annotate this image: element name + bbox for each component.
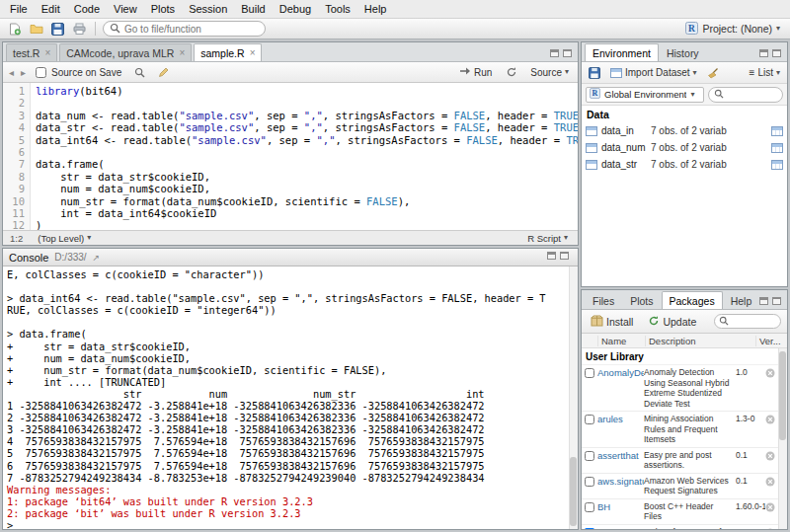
packages-search[interactable] [714,314,781,329]
console-output[interactable]: E, colClasses = c(cookieID = "character"… [3,266,578,529]
menu-item-help[interactable]: Help [357,1,394,17]
console-scrollbar[interactable] [569,266,578,529]
scrollbar-thumb[interactable] [570,457,577,526]
tab-help[interactable]: Help [723,291,756,309]
editor-code[interactable]: library(bit64) data_num <- read.table("s… [31,83,578,230]
column-version[interactable]: Ver... [755,336,787,346]
minimize-pane-icon[interactable] [550,49,559,57]
import-dataset-button[interactable]: Import Dataset ▾ [607,66,700,79]
source-button[interactable]: Source ▾ [527,66,572,79]
minimize-pane-icon[interactable] [759,297,768,305]
remove-package-icon[interactable] [765,527,777,530]
view-table-icon[interactable] [771,160,783,170]
environment-scope-selector[interactable]: R Global Environment ▾ [586,87,704,103]
code-editor[interactable]: 123456789101112 library(bit64) data_num … [3,83,578,230]
maximize-pane-icon[interactable] [772,297,781,305]
menu-item-view[interactable]: View [107,1,144,17]
menu-item-file[interactable]: File [3,1,35,17]
remove-package-icon[interactable] [765,414,777,426]
menu-item-build[interactable]: Build [234,1,272,17]
tab-files[interactable]: Files [585,291,622,309]
package-link[interactable]: AnomalyDe [597,367,644,378]
package-link[interactable]: BH [597,501,644,512]
package-loaded-checkbox[interactable] [585,528,594,530]
scope-selector[interactable]: (Top Level) ▾ [35,232,94,245]
menu-item-plots[interactable]: Plots [144,1,182,17]
tab-plots[interactable]: Plots [622,291,661,309]
minimize-pane-icon[interactable] [547,252,556,260]
remove-package-icon[interactable] [765,501,777,514]
open-folder-icon[interactable] [28,21,44,38]
view-table-icon[interactable] [771,126,783,136]
environment-object-row[interactable]: data_in7 obs. of 2 variab [582,122,787,139]
menu-item-tools[interactable]: Tools [318,1,357,17]
packages-search-input[interactable] [732,316,776,327]
remove-package-icon[interactable] [765,367,777,380]
console-line: 6 7576593838432157975 7.576594e+18 75765… [7,460,566,472]
package-link[interactable]: assertthat [597,450,644,461]
environment-object-row[interactable]: data_str7 obs. of 2 variab [582,156,787,173]
environment-search-input[interactable] [727,89,777,100]
view-table-icon[interactable] [771,143,783,153]
rerun-icon[interactable] [503,64,519,81]
remove-package-icon[interactable] [765,450,777,463]
clear-workspace-icon[interactable] [705,64,722,81]
scrollbar-thumb[interactable] [779,351,786,440]
packages-scrollbar[interactable] [778,348,787,529]
source-on-save-toggle[interactable]: Source on Save [33,66,124,79]
package-version: 1.0 [736,367,765,377]
goto-file-search[interactable] [103,21,266,37]
project-selector[interactable]: R Project: (None) ▾ [681,21,784,38]
maximize-pane-icon[interactable] [772,49,781,57]
show-directory-icon[interactable]: ↗ [93,253,101,263]
column-name[interactable]: Name [597,336,645,346]
menu-item-code[interactable]: Code [67,1,107,17]
object-name: data_str [601,159,647,170]
package-link[interactable]: bit [597,527,644,530]
tab-packages[interactable]: Packages [662,291,723,309]
tab-test.R[interactable]: test.R× [6,43,57,61]
tab-environment[interactable]: Environment [585,43,659,61]
package-loaded-checkbox[interactable] [585,477,594,487]
close-icon[interactable]: × [179,48,185,58]
tab-CAMcode, uprava MLR[interactable]: CAMcode, uprava MLR× [59,43,192,61]
save-workspace-icon[interactable] [586,64,602,81]
close-icon[interactable]: × [250,48,256,58]
package-link[interactable]: arules [597,414,644,424]
package-version: 1.3-0 [736,414,765,423]
menu-item-session[interactable]: Session [182,1,234,17]
save-icon[interactable] [49,21,66,38]
package-link[interactable]: aws.signatu [597,476,644,487]
forward-icon[interactable]: ▸ [21,67,26,78]
package-row: AnomalyDeAnomaly Detection Using Seasona… [582,365,778,412]
code-line: data_str <- read.table("sample.csv", sep… [36,121,578,133]
package-loaded-checkbox[interactable] [585,502,594,512]
install-button[interactable]: Install [588,314,636,330]
tab-history[interactable]: History [659,43,707,61]
maximize-pane-icon[interactable] [563,49,572,57]
find-icon[interactable] [131,64,148,81]
environment-search[interactable] [708,87,783,103]
update-button[interactable]: Update [645,314,699,330]
list-view-selector[interactable]: ≡ List ▾ [747,66,783,79]
minimize-pane-icon[interactable] [759,49,768,57]
goto-file-input[interactable] [124,24,259,35]
back-icon[interactable]: ◂ [9,67,14,78]
environment-object-row[interactable]: data_num7 obs. of 2 variab [582,139,787,156]
menu-item-debug[interactable]: Debug [273,1,318,17]
menu-item-edit[interactable]: Edit [35,1,67,17]
remove-package-icon[interactable] [765,476,777,489]
file-type-selector[interactable]: R Script ▾ [524,232,571,245]
print-icon[interactable] [71,21,88,38]
column-description[interactable]: Description [645,336,755,346]
package-loaded-checkbox[interactable] [585,451,594,461]
maximize-pane-icon[interactable] [560,252,569,260]
package-loaded-checkbox[interactable] [585,415,594,424]
source-on-save-checkbox[interactable] [36,67,46,78]
code-tools-icon[interactable] [155,64,172,81]
tab-sample.R[interactable]: sample.R× [194,43,262,61]
package-loaded-checkbox[interactable] [585,368,594,378]
new-file-icon[interactable] [6,21,23,38]
run-button[interactable]: Run [456,65,495,79]
close-icon[interactable]: × [44,48,50,58]
